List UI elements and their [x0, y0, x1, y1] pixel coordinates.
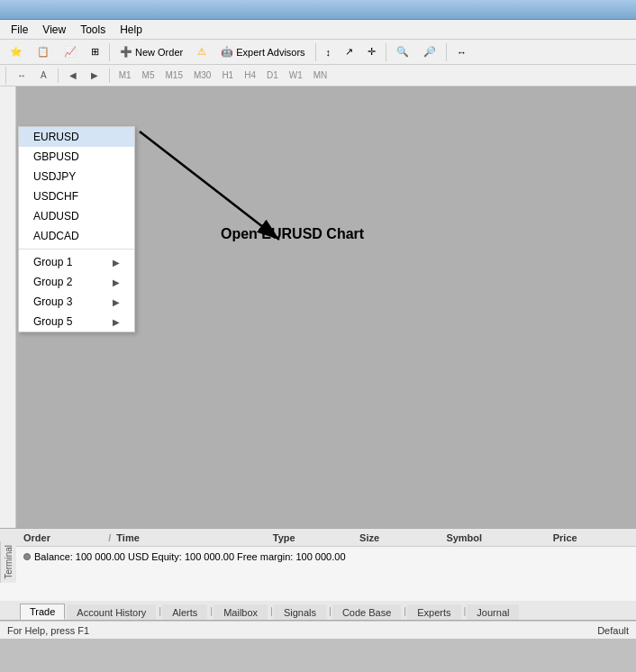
tab-journal[interactable]: Journal — [467, 604, 519, 620]
balance-dot-icon — [23, 553, 31, 560]
balance-row: Balance: 100 000.00 USD Equity: 100 000.… — [20, 549, 636, 564]
dropdown-item-group1[interactable]: Group 1 ▶ — [19, 252, 134, 272]
grid-icon: ⊞ — [91, 46, 99, 58]
toolbar2: ↔ A ◀ ▶ M1 M5 M15 M30 H1 H4 D1 W1 MN — [0, 65, 636, 86]
alert-icon: ⚠ — [197, 46, 206, 58]
tb2-left-btn[interactable]: ◀ — [64, 68, 82, 84]
dropdown-item-usdchf[interactable]: USDCHF — [19, 186, 134, 206]
tb-prop[interactable]: ↔ — [450, 42, 473, 62]
tb2-move-btn[interactable]: ↔ — [12, 68, 32, 84]
tb-zoom-out[interactable]: 🔎 — [417, 42, 442, 62]
tf-mn[interactable]: MN — [310, 70, 332, 80]
tb-zoom-in[interactable]: 🔍 — [390, 42, 415, 62]
dropdown-item-gbpusd[interactable]: GBPUSD — [19, 147, 134, 167]
dropdown-menu: EURUSD GBPUSD USDJPY USDCHF AUDUSD AUDCA… — [18, 126, 135, 332]
expert-advisors-button[interactable]: 🤖 Expert Advisors — [214, 42, 311, 62]
dropdown-item-group2[interactable]: Group 2 ▶ — [19, 272, 134, 292]
chart-icon: 📈 — [64, 46, 77, 58]
expert-icon: 🤖 — [221, 46, 233, 58]
tab-signals[interactable]: Signals — [274, 604, 326, 620]
dropdown-item-group5[interactable]: Group 5 ▶ — [19, 312, 134, 331]
balance-info: Balance: 100 000.00 USD Equity: 100 000.… — [34, 551, 346, 562]
move-icon: ↔ — [17, 70, 26, 80]
toolbar-icon-btn-1[interactable]: ⭐ — [4, 42, 29, 62]
dropdown-item-audcad[interactable]: AUDCAD — [19, 226, 134, 246]
star-icon: ⭐ — [10, 46, 23, 58]
tb-cross-btn[interactable]: ✛ — [361, 42, 382, 62]
sep5 — [5, 67, 6, 85]
tb-line-btn[interactable]: ↕ — [320, 42, 338, 62]
tb2-a-btn[interactable]: A — [35, 68, 52, 84]
menu-view[interactable]: View — [35, 22, 73, 38]
new-order-icon: ➕ — [120, 46, 132, 58]
left-icon: ◀ — [69, 70, 77, 80]
chevron-right-icon4: ▶ — [113, 317, 120, 327]
tf-h4[interactable]: H4 — [241, 70, 259, 80]
dropdown-item-usdjpy[interactable]: USDJPY — [19, 167, 134, 186]
zoom-out-icon: 🔎 — [423, 46, 436, 58]
status-right: Default — [597, 625, 629, 636]
tf-m5[interactable]: M5 — [139, 70, 159, 80]
status-left: For Help, press F1 — [7, 625, 89, 636]
dropdown-item-audusd[interactable]: AUDUSD — [19, 206, 134, 226]
tab-alerts[interactable]: Alerts — [162, 604, 207, 620]
col-symbol: Symbol — [442, 532, 549, 543]
toolbar1: ⭐ 📋 📈 ⊞ ➕ New Order ⚠ 🤖 Expert Advisors … — [0, 40, 636, 65]
tab-experts[interactable]: Experts — [407, 604, 460, 620]
terminal-label: Terminal — [0, 541, 16, 583]
tab-code-base[interactable]: Code Base — [332, 604, 401, 620]
new-order-button[interactable]: ➕ New Order — [114, 42, 189, 62]
chevron-right-icon2: ▶ — [113, 277, 120, 287]
chevron-right-icon3: ▶ — [113, 297, 120, 307]
toolbar-icon-btn-2[interactable]: 📋 — [31, 42, 56, 62]
tb-arrow-btn[interactable]: ↗ — [339, 42, 359, 62]
right-icon: ▶ — [91, 70, 98, 80]
sep1 — [109, 43, 110, 61]
prop-icon: ↔ — [457, 47, 467, 58]
col-size: Size — [356, 532, 442, 543]
dropdown-item-eurusd[interactable]: EURUSD — [19, 127, 134, 147]
annotation-text: Open EURUSD Chart — [221, 226, 364, 242]
tf-h1[interactable]: H1 — [218, 70, 237, 80]
alert-icon-btn[interactable]: ⚠ — [191, 42, 213, 62]
arrow-icon: ↗ — [345, 46, 353, 58]
tf-d1[interactable]: D1 — [263, 70, 282, 80]
tab-mailbox[interactable]: Mailbox — [214, 604, 268, 620]
dropdown-item-group3[interactable]: Group 3 ▶ — [19, 292, 134, 312]
bottom-content: Balance: 100 000.00 USD Equity: 100 000.… — [0, 547, 636, 601]
sep2 — [315, 43, 316, 61]
zoom-in-icon: 🔍 — [396, 46, 409, 58]
col-type: Type — [269, 532, 356, 543]
tab-account-history[interactable]: Account History — [67, 604, 156, 620]
left-sidebar — [0, 86, 16, 528]
tf-m15[interactable]: M15 — [161, 70, 186, 80]
col-time: Time — [113, 532, 269, 543]
tab-trade[interactable]: Trade — [20, 604, 65, 620]
sep7 — [109, 68, 110, 83]
col-price: Price — [550, 532, 636, 543]
menu-file[interactable]: File — [4, 22, 35, 38]
dropdown-sep1 — [19, 249, 134, 250]
tb2-right-btn[interactable]: ▶ — [86, 68, 104, 84]
cross-icon: ✛ — [368, 46, 376, 58]
line-icon: ↕ — [326, 47, 332, 58]
toolbar-icon-btn-4[interactable]: ⊞ — [85, 42, 105, 62]
tf-m1[interactable]: M1 — [115, 70, 135, 80]
col-slash: / — [106, 532, 113, 543]
col-order: Order — [20, 532, 106, 543]
toolbar-icon-btn-3[interactable]: 📈 — [58, 42, 83, 62]
chevron-right-icon: ▶ — [113, 258, 120, 268]
bottom-tabs: Trade Account History | Alerts | Mailbox… — [0, 601, 636, 621]
sep3 — [386, 43, 386, 61]
tf-w1[interactable]: W1 — [286, 70, 306, 80]
table-header: Order / Time Type Size Symbol Price — [0, 529, 636, 547]
svg-line-1 — [140, 132, 279, 240]
main-area: EURUSD GBPUSD USDJPY USDCHF AUDUSD AUDCA… — [0, 86, 636, 528]
menu-help[interactable]: Help — [113, 22, 150, 38]
status-bar: For Help, press F1 Default — [0, 621, 636, 639]
doc-icon: 📋 — [37, 46, 50, 58]
sep6 — [58, 68, 59, 83]
menu-tools[interactable]: Tools — [73, 22, 113, 38]
bottom-panel: Terminal Order / Time Type Size Symbol P… — [0, 528, 636, 621]
tf-m30[interactable]: M30 — [190, 70, 214, 80]
